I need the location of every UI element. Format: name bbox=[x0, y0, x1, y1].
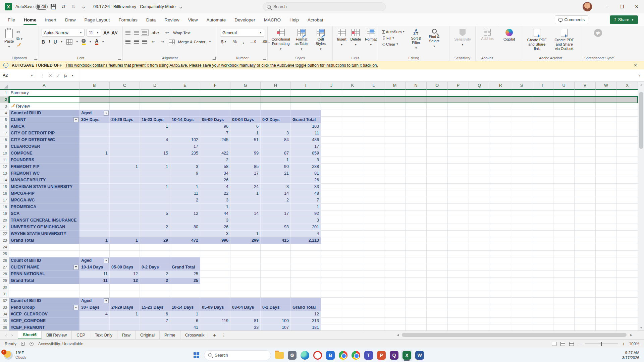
row-header-30[interactable]: 30 bbox=[0, 284, 9, 291]
cell-K35[interactable] bbox=[342, 318, 363, 324]
cell-V1[interactable] bbox=[575, 90, 596, 97]
page-layout-view-icon[interactable] bbox=[560, 342, 565, 346]
cell-P4[interactable] bbox=[448, 110, 469, 117]
app-purple-taskbar-icon[interactable]: Q bbox=[388, 350, 400, 361]
cell-L24[interactable] bbox=[363, 244, 384, 251]
cell-V30[interactable] bbox=[575, 284, 596, 291]
cell-T36[interactable] bbox=[532, 324, 553, 330]
cell-F13[interactable]: 34 bbox=[200, 170, 230, 177]
cell-W31[interactable] bbox=[596, 291, 617, 298]
cell-V15[interactable] bbox=[575, 184, 596, 190]
cell-C22[interactable] bbox=[110, 231, 140, 237]
cell-R26[interactable] bbox=[490, 257, 511, 264]
cell-D34[interactable]: 6 bbox=[140, 311, 170, 318]
cell-Q18[interactable] bbox=[469, 204, 490, 210]
cell-E16[interactable]: 11 bbox=[170, 190, 200, 197]
cell-M34[interactable] bbox=[384, 311, 406, 318]
cell-L23[interactable] bbox=[363, 237, 384, 244]
format-cells-button[interactable]: Format▼ bbox=[363, 28, 378, 48]
cell-Q21[interactable] bbox=[469, 224, 490, 231]
cell-R2[interactable] bbox=[490, 97, 511, 103]
fill-color-icon[interactable]: ⛁ bbox=[82, 39, 86, 45]
excel-taskbar-icon[interactable]: X bbox=[401, 350, 413, 361]
cell-R18[interactable] bbox=[490, 204, 511, 210]
cell-R1[interactable] bbox=[490, 90, 511, 97]
cell-S18[interactable] bbox=[511, 204, 532, 210]
cell-C32[interactable] bbox=[110, 298, 140, 304]
cell-U34[interactable] bbox=[553, 311, 575, 318]
cell-A30[interactable] bbox=[9, 284, 79, 291]
cell-D36[interactable] bbox=[140, 324, 170, 330]
weather-widget[interactable]: 1 19°F Cloudy bbox=[0, 351, 67, 360]
cell-E19[interactable]: 12 bbox=[170, 210, 200, 217]
cell-H24[interactable] bbox=[261, 244, 291, 251]
conditional-formatting-button[interactable]: Conditional Formatting▼ bbox=[270, 28, 291, 52]
addins-button[interactable]: Add-ins bbox=[478, 28, 496, 42]
cell-D32[interactable] bbox=[140, 298, 170, 304]
cell-H33[interactable]: 0-2 Days bbox=[261, 304, 291, 311]
cell-S28[interactable] bbox=[511, 271, 532, 278]
cell-D35[interactable]: 7 bbox=[140, 318, 170, 324]
align-center-icon[interactable] bbox=[134, 40, 139, 44]
cell-R31[interactable] bbox=[490, 291, 511, 298]
cell-M1[interactable] bbox=[384, 90, 406, 97]
cell-P30[interactable] bbox=[448, 284, 469, 291]
cell-O34[interactable] bbox=[427, 311, 448, 318]
cell-H2[interactable] bbox=[261, 97, 291, 103]
cell-S16[interactable] bbox=[511, 190, 532, 197]
cell-L25[interactable] bbox=[363, 251, 384, 257]
cell-R16[interactable] bbox=[490, 190, 511, 197]
cell-I35[interactable]: 313 bbox=[291, 318, 321, 324]
cell-B14[interactable] bbox=[79, 177, 110, 184]
cell-D18[interactable] bbox=[140, 204, 170, 210]
cell-X6[interactable] bbox=[617, 123, 638, 130]
cell-K31[interactable] bbox=[342, 291, 363, 298]
cell-N10[interactable] bbox=[406, 150, 427, 157]
cancel-entry-icon[interactable]: ✕ bbox=[49, 73, 52, 78]
cell-F12[interactable]: 58 bbox=[200, 164, 230, 170]
cell-W11[interactable] bbox=[596, 157, 617, 164]
cell-A35[interactable]: #CEP_COMPONE bbox=[9, 318, 79, 324]
cell-E10[interactable]: 235 bbox=[170, 150, 200, 157]
cell-B11[interactable] bbox=[79, 157, 110, 164]
cell-R15[interactable] bbox=[490, 184, 511, 190]
cell-Q11[interactable] bbox=[469, 157, 490, 164]
cell-F10[interactable]: 422 bbox=[200, 150, 230, 157]
cell-R28[interactable] bbox=[490, 271, 511, 278]
cell-K22[interactable] bbox=[342, 231, 363, 237]
cell-J10[interactable] bbox=[321, 150, 342, 157]
cell-M32[interactable] bbox=[384, 298, 406, 304]
cell-I18[interactable]: 1 bbox=[291, 204, 321, 210]
cell-N3[interactable] bbox=[406, 103, 427, 110]
cell-G35[interactable]: 81 bbox=[230, 318, 261, 324]
cell-O15[interactable] bbox=[427, 184, 448, 190]
cell-N30[interactable] bbox=[406, 284, 427, 291]
cell-N24[interactable] bbox=[406, 244, 427, 251]
minimize-button[interactable]: ─ bbox=[600, 0, 614, 13]
name-box[interactable]: A2 ▼ bbox=[0, 69, 36, 81]
cell-O1[interactable] bbox=[427, 90, 448, 97]
cell-S35[interactable] bbox=[511, 318, 532, 324]
teams-taskbar-icon[interactable]: T bbox=[363, 350, 374, 361]
cell-Q5[interactable] bbox=[469, 117, 490, 123]
row-header-15[interactable]: 15 bbox=[0, 184, 9, 190]
cell-S10[interactable] bbox=[511, 150, 532, 157]
cell-N31[interactable] bbox=[406, 291, 427, 298]
cell-B5[interactable]: 30+ Days bbox=[79, 117, 110, 123]
vertical-scroll-thumb[interactable] bbox=[639, 92, 643, 149]
cell-C1[interactable] bbox=[110, 90, 140, 97]
cell-T33[interactable] bbox=[532, 304, 553, 311]
cell-U25[interactable] bbox=[553, 251, 575, 257]
copy-icon[interactable]: ⧉ ▼ bbox=[15, 36, 24, 42]
cell-I36[interactable]: 181 bbox=[291, 324, 321, 330]
cell-D15[interactable]: 1 bbox=[140, 184, 170, 190]
cell-R30[interactable] bbox=[490, 284, 511, 291]
column-header-E[interactable]: E bbox=[170, 82, 200, 90]
cell-B26[interactable]: Aged▼ bbox=[79, 257, 110, 264]
cell-V23[interactable] bbox=[575, 237, 596, 244]
sheet-tab-original[interactable]: Original bbox=[136, 331, 160, 339]
cell-G3[interactable] bbox=[230, 103, 261, 110]
sheet-options-icon[interactable]: ⋮ bbox=[219, 331, 228, 339]
cell-M23[interactable] bbox=[384, 237, 406, 244]
cell-M20[interactable] bbox=[384, 217, 406, 224]
